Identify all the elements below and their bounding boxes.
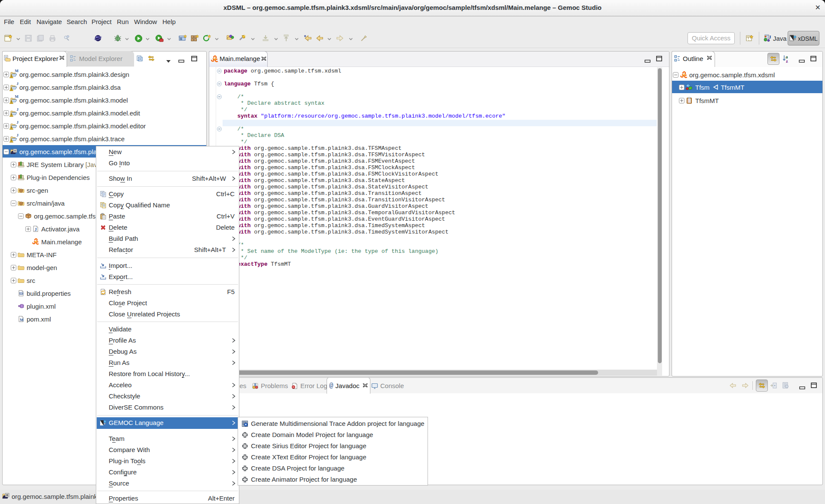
- svg-text:J: J: [769, 34, 771, 39]
- svg-text:z: z: [786, 58, 788, 64]
- svg-text:G: G: [180, 37, 183, 40]
